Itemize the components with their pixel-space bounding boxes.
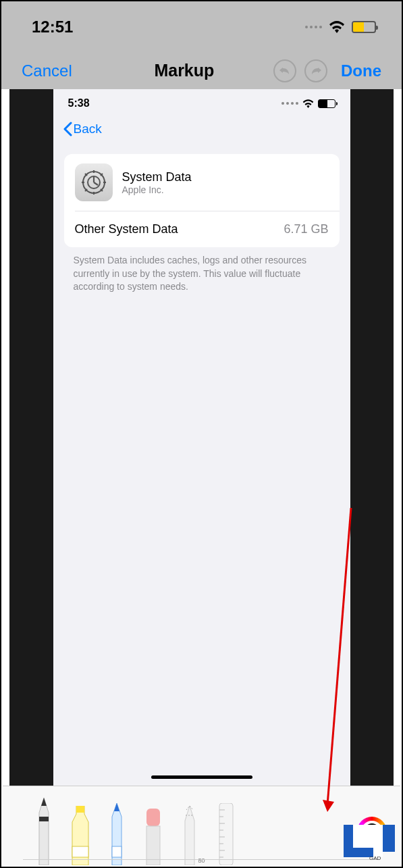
undo-button[interactable] bbox=[273, 59, 296, 82]
markup-toolbar: Cancel Markup Done bbox=[1, 52, 402, 89]
redo-icon bbox=[310, 66, 322, 76]
card-title: System Data bbox=[122, 170, 192, 184]
pen-tool[interactable] bbox=[30, 798, 58, 865]
device-status-bar: 12:51 bbox=[1, 1, 402, 52]
eraser-icon bbox=[141, 809, 165, 865]
row-label: Other System Data bbox=[75, 222, 178, 236]
pencil-tool[interactable]: 50 bbox=[103, 803, 131, 865]
card-subtitle: Apple Inc. bbox=[122, 184, 192, 195]
svg-rect-32 bbox=[383, 825, 395, 852]
pen-icon bbox=[32, 798, 56, 865]
tray-divider bbox=[23, 859, 380, 860]
inner-time: 5:38 bbox=[68, 97, 90, 109]
description-text: System Data includes caches, logs and ot… bbox=[53, 247, 350, 301]
settings-app-icon bbox=[75, 163, 113, 201]
marker-tool[interactable]: 80 bbox=[66, 806, 95, 865]
lasso-tool[interactable] bbox=[176, 806, 204, 865]
svg-line-12 bbox=[327, 508, 351, 805]
inner-status-bar: 5:38 bbox=[53, 89, 350, 112]
ruler-icon bbox=[215, 803, 237, 865]
back-label: Back bbox=[74, 122, 102, 136]
pencil-icon bbox=[105, 803, 128, 865]
row-value: 6.71 GB bbox=[284, 222, 328, 236]
device-time: 12:51 bbox=[32, 18, 73, 36]
chevron-left-icon bbox=[63, 122, 72, 136]
done-button[interactable]: Done bbox=[341, 61, 381, 80]
ruler-tool[interactable] bbox=[212, 803, 240, 865]
redo-button[interactable] bbox=[304, 59, 327, 82]
cancel-button[interactable]: Cancel bbox=[22, 61, 72, 80]
annotation-arrow bbox=[321, 501, 361, 819]
lasso-icon bbox=[179, 806, 200, 865]
svg-rect-18 bbox=[146, 809, 160, 826]
markup-title: Markup bbox=[99, 61, 269, 80]
svg-rect-20 bbox=[219, 803, 233, 865]
svg-text:GAD: GAD bbox=[369, 855, 381, 861]
eraser-tool[interactable] bbox=[139, 809, 167, 865]
inner-signal-icon bbox=[281, 102, 298, 105]
wifi-icon bbox=[329, 21, 345, 33]
other-system-data-row[interactable]: Other System Data 6.71 GB bbox=[64, 211, 340, 247]
svg-line-11 bbox=[94, 182, 98, 185]
svg-marker-13 bbox=[323, 800, 334, 812]
undo-icon bbox=[279, 66, 291, 76]
watermark-logo: GAD bbox=[344, 821, 398, 861]
back-button[interactable]: Back bbox=[53, 112, 350, 154]
system-data-card: System Data Apple Inc. Other System Data… bbox=[64, 154, 340, 247]
svg-rect-15 bbox=[76, 806, 84, 813]
inner-battery-icon bbox=[318, 99, 335, 108]
signal-icon bbox=[305, 26, 322, 28]
status-icons bbox=[305, 21, 376, 33]
screenshot-content: 5:38 Back bbox=[53, 89, 350, 786]
marker-icon bbox=[67, 806, 94, 865]
inner-wifi-icon bbox=[302, 99, 314, 108]
gear-icon bbox=[80, 169, 107, 196]
home-indicator bbox=[151, 775, 252, 779]
battery-icon bbox=[352, 21, 376, 33]
svg-rect-16 bbox=[72, 846, 88, 857]
svg-rect-14 bbox=[39, 817, 49, 821]
svg-rect-17 bbox=[112, 846, 122, 857]
